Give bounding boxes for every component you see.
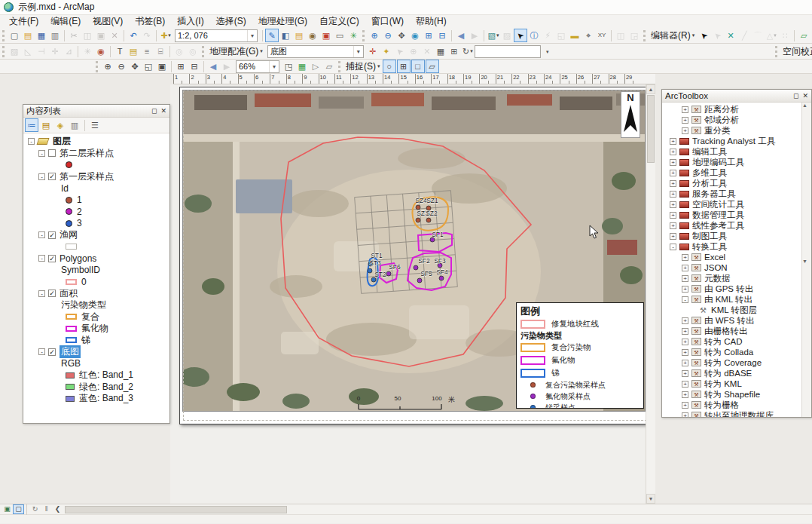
toc-item-绿色: Band_2[interactable]: 绿色: Band_2: [23, 382, 169, 394]
layer-symbol[interactable]: [66, 337, 77, 343]
refresh-view-button[interactable]: ↻: [29, 504, 41, 514]
georeferencing-layer-combo[interactable]: 底图▾: [267, 45, 364, 58]
expand-collapse-icon[interactable]: +: [670, 212, 676, 219]
toolbar-grip[interactable]: [643, 30, 646, 41]
sample-point[interactable]: [417, 278, 422, 283]
focus-data-frame-button[interactable]: ◳: [282, 60, 295, 73]
toolbox-item[interactable]: +⚒转为 dBASE: [662, 368, 801, 378]
panel-float-button[interactable]: ◻: [793, 92, 798, 100]
toolbox-item[interactable]: ⚒KML 转图层: [662, 305, 801, 315]
layer-symbol[interactable]: [66, 220, 72, 227]
forward-page-extent-button[interactable]: ▶: [220, 60, 234, 73]
toc-item-第二层采样点[interactable]: -第二层采样点: [23, 148, 169, 160]
expand-collapse-icon[interactable]: -: [38, 231, 45, 238]
toc-item-Id[interactable]: Id: [23, 182, 169, 195]
toc-item-氟化物[interactable]: 氟化物: [23, 323, 169, 335]
menu-文件F[interactable]: 文件(F): [3, 15, 44, 28]
toc-item-0[interactable]: 0: [23, 276, 169, 288]
layer-visibility-checkbox[interactable]: [48, 149, 56, 157]
toc-item-污染物类型[interactable]: 污染物类型: [23, 299, 169, 311]
toolbox-item[interactable]: +数据管理工具: [662, 210, 801, 220]
edit-tool[interactable]: ➤: [697, 29, 710, 42]
clear-selection-button[interactable]: ▨: [500, 29, 514, 42]
link-table-button[interactable]: ▦: [434, 44, 447, 58]
editor-toolbar-toggle[interactable]: ✎: [265, 29, 279, 42]
layer-visibility-checkbox[interactable]: ✓: [48, 255, 56, 262]
redo-button[interactable]: ↷: [140, 29, 154, 42]
north-arrow[interactable]: N: [621, 91, 640, 138]
scrollbar-thumb[interactable]: [647, 95, 655, 163]
paste-button[interactable]: ▣: [94, 29, 108, 42]
fixed-zoom-in-page-button[interactable]: ⊞: [174, 60, 188, 73]
cut-button[interactable]: ✂: [67, 29, 81, 42]
zoom-in-tool[interactable]: ⊕: [368, 29, 381, 42]
list-by-selection-button[interactable]: ▥: [68, 118, 81, 132]
expand-collapse-icon[interactable]: -: [38, 290, 45, 297]
scrollbar-thumb[interactable]: [802, 108, 811, 259]
scroll-down-button[interactable]: ▼: [646, 494, 655, 504]
layout-view-button[interactable]: ▢: [13, 504, 24, 514]
georeferencing-menu-button[interactable]: 地理配准(G)▾: [207, 45, 265, 58]
label-priority-button[interactable]: ▤: [127, 44, 140, 58]
toolbar-overflow-button[interactable]: ▾: [541, 44, 554, 58]
expand-collapse-icon[interactable]: +: [682, 265, 688, 271]
forward-extent-button[interactable]: ▶: [468, 29, 481, 42]
open-document-button[interactable]: ▤: [21, 29, 35, 42]
expand-collapse-icon[interactable]: +: [682, 328, 688, 335]
data-view-button[interactable]: ▣: [2, 504, 13, 514]
back-extent-button[interactable]: ◀: [454, 29, 468, 42]
globe-view-button[interactable]: ◉: [94, 44, 108, 58]
zoom-to-link-button[interactable]: ⊕: [407, 44, 420, 58]
toolbox-item[interactable]: +⚒Excel: [662, 252, 801, 262]
new-document-button[interactable]: ▢: [8, 29, 21, 42]
layer-symbol[interactable]: [66, 197, 72, 204]
list-by-source-button[interactable]: ▤: [39, 118, 53, 132]
fixed-zoom-out-button[interactable]: ⊟: [435, 29, 449, 42]
trace-tool[interactable]: △▾: [765, 29, 778, 42]
sample-point[interactable]: [414, 265, 418, 270]
topology-select-tool[interactable]: ▨: [8, 44, 21, 58]
expand-collapse-icon[interactable]: +: [670, 170, 676, 176]
expand-collapse-icon[interactable]: -: [38, 150, 45, 157]
menu-视图V[interactable]: 视图(V): [87, 15, 129, 28]
chevron-down-icon[interactable]: ▾: [353, 46, 363, 57]
rotate-labels-button[interactable]: ◎: [186, 44, 200, 58]
toolbox-item[interactable]: +线性参考工具: [662, 220, 801, 231]
map-scale-combo[interactable]: 1:2, 076▾: [175, 29, 258, 42]
panel-float-button[interactable]: ◻: [151, 107, 157, 115]
toolbox-item[interactable]: +⚒由栅格转出: [662, 326, 801, 336]
toolbar-grip[interactable]: [202, 46, 204, 57]
magnifier-window-button[interactable]: ◲: [627, 29, 641, 42]
table-of-contents-window-button[interactable]: ◧: [279, 29, 292, 42]
expand-collapse-icon[interactable]: +: [682, 106, 688, 113]
toolbox-item[interactable]: +⚒转为 Collada: [662, 347, 801, 357]
arctoolbox-scrollbar[interactable]: ▲ ▼: [801, 103, 811, 417]
expand-collapse-icon[interactable]: -: [682, 296, 688, 303]
layer-symbol[interactable]: [66, 279, 77, 285]
expand-collapse-icon[interactable]: -: [38, 348, 45, 355]
toolbox-item[interactable]: +多维工具: [662, 167, 801, 178]
toolbar-grip[interactable]: [96, 61, 98, 72]
expand-collapse-icon[interactable]: +: [682, 275, 688, 282]
toc-item-红色: Band_1[interactable]: 红色: Band_1: [23, 369, 169, 382]
scroll-up-button[interactable]: ▲: [802, 103, 811, 108]
topology-edit-tool[interactable]: ◺: [21, 44, 35, 58]
find-button[interactable]: ⌖: [582, 29, 595, 42]
sample-point[interactable]: [368, 268, 372, 273]
toc-item-Polygons[interactable]: -✓Polygons: [23, 253, 169, 265]
python-window-button[interactable]: ▭: [333, 29, 346, 42]
toc-item-RGB[interactable]: RGB: [23, 358, 169, 370]
layer-visibility-checkbox[interactable]: ✓: [48, 173, 56, 180]
snap-vertex-tool[interactable]: ✛: [48, 44, 62, 58]
layer-symbol[interactable]: [66, 384, 75, 390]
toc-item-蓝色: Band_3[interactable]: 蓝色: Band_3: [23, 393, 169, 405]
toolbox-item[interactable]: +⚒转为 CAD: [662, 336, 801, 347]
expand-collapse-icon[interactable]: +: [682, 127, 688, 134]
point-snapping-button[interactable]: ○: [383, 60, 396, 73]
vertical-scrollbar[interactable]: ▲ ▼: [646, 84, 655, 504]
toc-item-渔网[interactable]: -✓渔网: [23, 229, 169, 241]
zoom-whole-page-button[interactable]: ◱: [142, 60, 155, 73]
full-extent-button[interactable]: ◉: [408, 29, 422, 42]
panel-close-button[interactable]: ✕: [160, 107, 166, 115]
expand-collapse-icon[interactable]: +: [670, 233, 676, 240]
